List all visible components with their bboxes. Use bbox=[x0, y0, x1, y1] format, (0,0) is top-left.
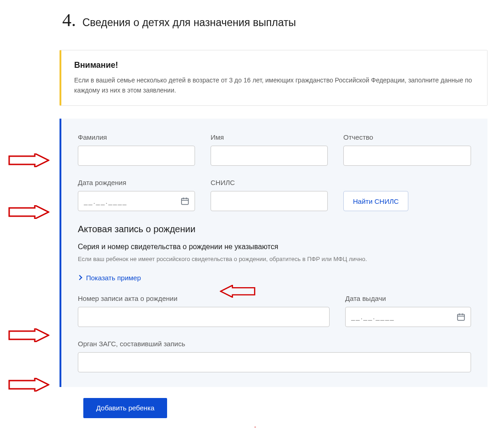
snils-input[interactable] bbox=[211, 191, 328, 211]
snils-label: СНИЛС bbox=[211, 179, 328, 186]
surname-input[interactable] bbox=[78, 146, 195, 166]
zags-input[interactable] bbox=[78, 352, 471, 372]
section-number: 4. bbox=[62, 9, 76, 31]
patronymic-label: Отчество bbox=[343, 133, 471, 141]
find-snils-button[interactable]: Найти СНИЛС bbox=[343, 191, 408, 211]
annotation-arrow-icon bbox=[8, 328, 49, 342]
add-child-button[interactable]: Добавить ребенка bbox=[83, 398, 167, 418]
alert-title: Внимание! bbox=[74, 60, 474, 70]
name-input[interactable] bbox=[211, 146, 328, 166]
dob-input[interactable] bbox=[78, 191, 195, 211]
section-heading: 4. Сведения о детях для назначения выпла… bbox=[62, 9, 488, 31]
dob-label: Дата рождения bbox=[78, 179, 195, 186]
name-label: Имя bbox=[211, 133, 328, 141]
alert-box: Внимание! Если в вашей семье несколько д… bbox=[60, 50, 488, 106]
patronymic-input[interactable] bbox=[343, 146, 471, 166]
annotation-arrow-icon bbox=[243, 427, 278, 427]
zags-label: Орган ЗАГС, составивший запись bbox=[78, 340, 471, 348]
record-number-label: Номер записи акта о рождении bbox=[78, 294, 330, 302]
annotation-arrow-icon bbox=[220, 285, 255, 298]
annotation-arrow-icon bbox=[8, 205, 49, 219]
child-form-panel: Фамилия Имя Отчество Дата рождения bbox=[60, 119, 488, 387]
surname-label: Фамилия bbox=[78, 133, 195, 141]
show-example-link[interactable]: Показать пример bbox=[78, 274, 471, 282]
birth-note-title: Серия и номер свидетельства о рождении н… bbox=[78, 243, 471, 251]
birth-note-text: Если ваш ребенок не имеет российского св… bbox=[78, 255, 471, 264]
birth-record-heading: Актовая запись о рождении bbox=[78, 224, 471, 234]
record-number-input[interactable] bbox=[78, 307, 330, 327]
show-example-label: Показать пример bbox=[86, 274, 141, 282]
chevron-right-icon bbox=[77, 275, 82, 280]
issue-date-label: Дата выдачи bbox=[345, 294, 471, 302]
alert-text: Если в вашей семье несколько детей в воз… bbox=[74, 76, 474, 95]
annotation-arrow-icon bbox=[8, 378, 49, 392]
issue-date-input[interactable] bbox=[345, 307, 471, 327]
section-title: Сведения о детях для назначения выплаты bbox=[82, 16, 296, 29]
annotation-arrow-icon bbox=[8, 153, 49, 167]
